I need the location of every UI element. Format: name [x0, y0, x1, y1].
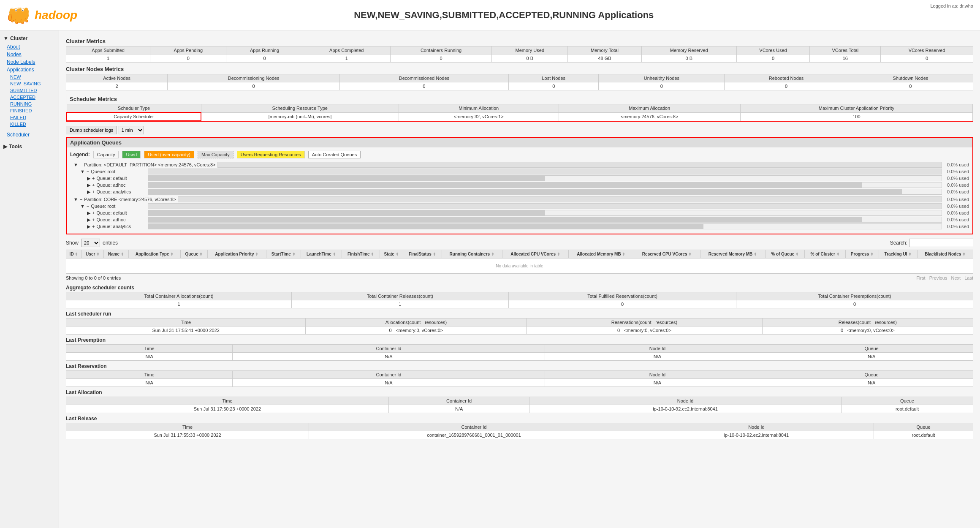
col-containers-running: Containers Running: [390, 46, 492, 54]
queue-label-adhoc-p2[interactable]: ▶ + Queue: adhoc: [70, 217, 146, 223]
partition-label-default[interactable]: ▼ − Partition: <DEFAULT_PARTITION> <memo…: [70, 162, 216, 167]
val-scheduling-resource-type: [memory-mb (unit=Mi), vcores]: [201, 112, 399, 121]
queue-label-analytics-p1[interactable]: ▶ + Queue: analytics: [70, 189, 146, 195]
col-pct-queue[interactable]: % of Queue ⇕: [766, 250, 805, 259]
col-reserved-cpu[interactable]: Reserved CPU VCores ⇕: [634, 250, 700, 259]
sidebar-item-nodes[interactable]: Nodes: [0, 51, 59, 58]
col-allocated-memory[interactable]: Allocated Memory MB ⇕: [569, 250, 634, 259]
sort-arrows-queue: ⇕: [199, 252, 203, 256]
sidebar-item-failed[interactable]: FAILED: [0, 114, 59, 121]
val-memory-used: 0 B: [492, 54, 568, 63]
queue-label-root-p1[interactable]: ▼ − Queue: root: [70, 169, 146, 174]
arrow-right-icon: ▶: [87, 217, 90, 223]
partition-used-pct-core: 0.0% used: [944, 197, 969, 202]
col-name[interactable]: Name ⇕: [104, 250, 128, 259]
plus-icon: +: [92, 217, 95, 222]
col-running-containers[interactable]: Running Containers ⇕: [442, 250, 502, 259]
col-start-time[interactable]: StartTime ⇕: [266, 250, 301, 259]
applications-table: ID ⇕ User ⇕ Name ⇕ Application Type ⇕ Qu…: [66, 250, 973, 274]
next-button[interactable]: Next: [951, 275, 961, 280]
col-lr-node-id: Node Id: [545, 371, 770, 379]
sidebar-item-killed[interactable]: KILLED: [0, 121, 59, 128]
val-la-queue: root.default: [841, 405, 973, 413]
queue-label-adhoc-p1[interactable]: ▶ + Queue: adhoc: [70, 182, 146, 188]
sidebar-item-node-labels[interactable]: Node Labels: [0, 58, 59, 66]
col-pct-cluster[interactable]: % of Cluster ⇕: [805, 250, 846, 259]
col-finish-time[interactable]: FinishTime ⇕: [342, 250, 380, 259]
col-user[interactable]: User ⇕: [82, 250, 104, 259]
last-button[interactable]: Last: [964, 275, 973, 280]
col-decommissioned-nodes: Decommissioned Nodes: [339, 74, 508, 82]
val-apps-pending: 0: [150, 54, 226, 63]
col-vcores-reserved: VCores Reserved: [881, 46, 973, 54]
col-progress[interactable]: Progress ⇕: [846, 250, 879, 259]
col-application-type[interactable]: Application Type ⇕: [128, 250, 181, 259]
sidebar-item-running[interactable]: RUNNING: [0, 101, 59, 107]
val-lr-node-id: N/A: [545, 379, 770, 387]
sidebar-item-new[interactable]: NEW: [0, 73, 59, 80]
col-total-allocations: Total Container Allocations(count): [66, 292, 292, 300]
val-vcores-reserved: 0: [881, 54, 973, 63]
col-la-queue: Queue: [841, 397, 973, 405]
queue-label-default-p1[interactable]: ▶ + Queue: default: [70, 176, 146, 181]
queue-label-analytics-p2[interactable]: ▶ + Queue: analytics: [70, 224, 146, 229]
log-interval-select[interactable]: 1 min 5 min 10 min: [119, 126, 144, 134]
col-application-priority[interactable]: Application Priority ⇕: [207, 250, 266, 259]
sidebar-item-new-saving[interactable]: NEW_SAVING: [0, 80, 59, 87]
col-queue[interactable]: Queue ⇕: [181, 250, 207, 259]
col-tracking-ui[interactable]: Tracking UI ⇕: [879, 250, 918, 259]
sort-arrows-memory: ⇕: [622, 252, 625, 256]
val-rebooted-nodes: 0: [725, 82, 848, 90]
search-input[interactable]: [909, 239, 973, 247]
sidebar-item-finished[interactable]: FINISHED: [0, 107, 59, 114]
val-total-releases: 1: [291, 300, 508, 308]
col-apps-running: Apps Running: [226, 46, 303, 54]
col-la-container-id: Container Id: [388, 397, 529, 405]
sidebar-cluster-header[interactable]: ▼ Cluster: [0, 34, 59, 43]
previous-button[interactable]: Previous: [929, 275, 947, 280]
col-rebooted-nodes: Rebooted Nodes: [725, 74, 848, 82]
col-lrel-queue: Queue: [874, 423, 973, 431]
sort-arrows-starttime: ⇕: [292, 252, 296, 256]
dump-scheduler-logs-button[interactable]: Dump scheduler logs: [66, 126, 117, 134]
sidebar-item-submitted[interactable]: SUBMITTED: [0, 87, 59, 94]
partition-label-core[interactable]: ▼ − Partition: CORE <memory:24576, vCore…: [70, 197, 176, 202]
col-memory-reserved: Memory Reserved: [641, 46, 736, 54]
sort-arrows-launchtime: ⇕: [333, 252, 336, 256]
val-apps-running: 0: [226, 54, 303, 63]
col-launch-time[interactable]: LaunchTime ⇕: [301, 250, 342, 259]
col-lp-queue: Queue: [770, 345, 973, 353]
last-scheduler-run-table: Time Allocations(count - resources) Rese…: [66, 318, 973, 335]
capacity-bar-fill: [148, 182, 862, 188]
val-total-preemptions: 0: [736, 300, 973, 308]
col-final-status[interactable]: FinalStatus ⇕: [403, 250, 442, 259]
sidebar-tools-header[interactable]: ▶ Tools: [0, 142, 59, 151]
sidebar-item-scheduler[interactable]: Scheduler: [0, 131, 59, 139]
col-state[interactable]: State ⇕: [380, 250, 403, 259]
queue-bar-root-p2: [148, 203, 942, 209]
queue-row-analytics-p2: ▶ + Queue: analytics 0.0% used: [70, 223, 969, 229]
col-id[interactable]: ID ⇕: [66, 250, 82, 259]
queue-bar-analytics-p1: [148, 189, 942, 195]
col-minimum-allocation: Minimum Allocation: [399, 104, 559, 113]
plus-icon: +: [92, 189, 95, 194]
col-reserved-memory[interactable]: Reserved Memory MB ⇕: [700, 250, 765, 259]
sidebar-item-applications[interactable]: Applications: [0, 66, 59, 73]
entries-select[interactable]: 10 20 50 100: [81, 239, 100, 247]
sidebar-item-accepted[interactable]: ACCEPTED: [0, 94, 59, 101]
sidebar-item-about[interactable]: About: [0, 43, 59, 51]
first-button[interactable]: First: [916, 275, 925, 280]
queue-used-pct-analytics-p2: 0.0% used: [944, 224, 969, 229]
queue-label-default-p2[interactable]: ▶ + Queue: default: [70, 210, 146, 216]
col-lost-nodes: Lost Nodes: [509, 74, 599, 82]
col-allocated-cpu[interactable]: Allocated CPU VCores ⇕: [502, 250, 568, 259]
val-vcores-total: 16: [810, 54, 881, 63]
col-max-cluster-priority: Maximum Cluster Application Priority: [740, 104, 972, 113]
queue-bar-root-p1: [148, 169, 942, 174]
partition-used-pct: 0.0% used: [944, 162, 969, 167]
col-decommissioning-nodes: Decommissioning Nodes: [168, 74, 339, 82]
queue-label-root-p2[interactable]: ▼ − Queue: root: [70, 204, 146, 209]
col-memory-used: Memory Used: [492, 46, 568, 54]
search-box: Search:: [890, 239, 973, 247]
col-blacklisted-nodes[interactable]: Blacklisted Nodes ⇕: [918, 250, 973, 259]
